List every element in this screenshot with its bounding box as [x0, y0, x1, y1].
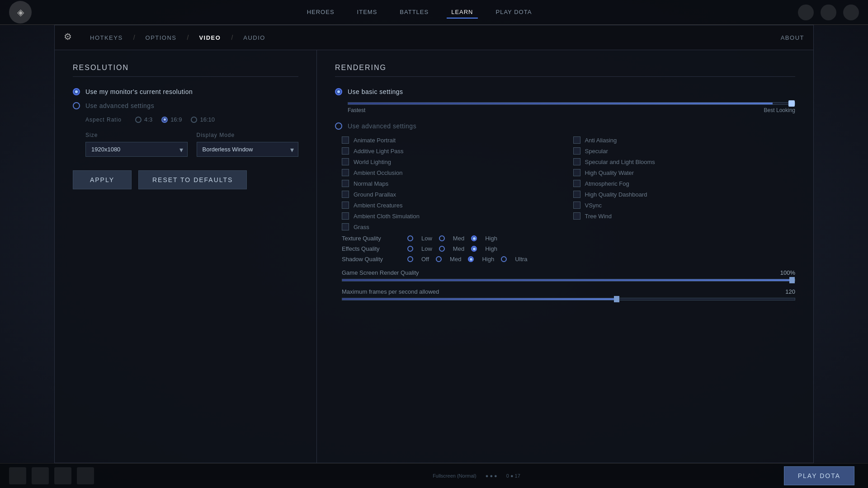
fps-slider-fill [342, 298, 614, 300]
resolution-title: RESOLUTION [73, 64, 298, 77]
fps-slider-section: Maximum frames per second allowed 120 [342, 288, 795, 300]
checkbox-animate-portrait-box [342, 136, 349, 144]
checkbox-world-lighting[interactable]: World Lighting [342, 158, 564, 165]
checkbox-high-quality-dashboard[interactable]: High Quality Dashboard [573, 191, 796, 198]
checkbox-ground-parallax[interactable]: Ground Parallax [342, 191, 564, 198]
size-dropdown-wrapper: 868x488 1280x720 2560x1440 [85, 142, 188, 157]
texture-low-label: Low [421, 235, 432, 242]
checkbox-additive-light[interactable]: Additive Light Pass [342, 147, 564, 155]
checkbox-grass-label: Grass [354, 224, 369, 230]
sub-nav: ⚙ HOTKEYS / OPTIONS / VIDEO / AUDIO ABOU… [55, 25, 813, 50]
shadow-ultra[interactable]: Ultra [501, 256, 527, 263]
render-quality-slider[interactable] [342, 279, 795, 282]
tab-video[interactable]: VIDEO [192, 32, 227, 43]
size-select[interactable]: 868x488 1280x720 2560x1440 [85, 142, 188, 157]
radio-advanced-label: Use advanced settings [85, 102, 154, 109]
top-nav-battles[interactable]: BATTLES [395, 6, 433, 19]
checkbox-specular-label: Specular [585, 148, 608, 155]
checkbox-vsync-box [573, 202, 580, 209]
app-logo[interactable]: ◈ [9, 1, 32, 23]
checkbox-high-quality-water[interactable]: High Quality Water [573, 169, 796, 176]
texture-high-radio [471, 235, 477, 241]
checkbox-vsync[interactable]: VSync [573, 202, 796, 209]
checkbox-animate-portrait[interactable]: Animate Portrait [342, 136, 564, 144]
quality-slider-thumb[interactable] [788, 100, 795, 107]
fps-slider[interactable] [342, 298, 795, 300]
checkbox-grass[interactable]: Grass [342, 223, 564, 230]
checkbox-ambient-creatures-label: Ambient Creatures [354, 202, 402, 209]
checkbox-specular[interactable]: Specular [573, 147, 796, 155]
aspect-ratio-label: Aspect Ratio [85, 117, 122, 123]
effects-high[interactable]: High [471, 245, 497, 252]
checkbox-specular-blooms[interactable]: Specular and Light Blooms [573, 158, 796, 165]
ratio-4-3-label: 4:3 [144, 116, 152, 123]
bottom-icon-3[interactable] [54, 467, 71, 484]
checkbox-ground-parallax-box [342, 191, 349, 198]
top-nav-items-label[interactable]: ITEMS [353, 6, 382, 19]
bottom-text-3: 0 ● 17 [506, 473, 520, 479]
effects-high-label: High [485, 245, 497, 252]
checkbox-ambient-cloth[interactable]: Ambient Cloth Simulation [342, 212, 564, 220]
shadow-med-radio [436, 256, 442, 262]
checkbox-anti-aliasing-label: Anti Aliasing [585, 137, 617, 144]
sep-3: / [230, 34, 234, 41]
top-nav-learn[interactable]: LEARN [447, 6, 477, 19]
checkbox-normal-maps[interactable]: Normal Maps [342, 180, 564, 187]
top-nav-playdota[interactable]: PLAY DOTA [491, 6, 537, 19]
tab-about[interactable]: ABOUT [781, 34, 804, 41]
tab-options[interactable]: OPTIONS [139, 32, 184, 43]
radio-advanced-settings[interactable]: Use advanced settings [73, 102, 298, 109]
bottom-icon-2[interactable] [32, 467, 49, 484]
checkbox-normal-maps-label: Normal Maps [354, 180, 388, 187]
reset-button[interactable]: RESET TO DEFAULTS [138, 170, 247, 189]
checkbox-anti-aliasing[interactable]: Anti Aliasing [573, 136, 796, 144]
checkbox-vsync-label: VSync [585, 202, 602, 209]
checkbox-ambient-creatures[interactable]: Ambient Creatures [342, 202, 564, 209]
shadow-high-label: High [482, 256, 494, 263]
top-nav-icon-1[interactable] [798, 5, 814, 20]
tab-hotkeys[interactable]: HOTKEYS [83, 32, 130, 43]
top-nav-heroes[interactable]: HEROES [302, 6, 339, 19]
bottom-icon-4[interactable] [77, 467, 94, 484]
grid-filler [573, 223, 796, 230]
ratio-16-10[interactable]: 16:10 [191, 116, 215, 123]
render-quality-label: Game Screen Render Quality [342, 269, 419, 276]
checkbox-ambient-occlusion[interactable]: Ambient Occlusion [342, 169, 564, 176]
checkbox-grass-box [342, 223, 349, 230]
shadow-quality-label: Shadow Quality [342, 256, 401, 263]
fps-label: Maximum frames per second allowed [342, 288, 439, 295]
texture-high[interactable]: High [471, 235, 497, 242]
settings-gear-icon: ⚙ [64, 31, 76, 44]
buttons-row: APPLY RESET TO DEFAULTS [73, 170, 298, 189]
radio-monitor-resolution[interactable]: Use my monitor's current resolution [73, 88, 298, 95]
top-nav-icon-2[interactable] [821, 5, 836, 20]
fps-slider-thumb[interactable] [614, 296, 619, 302]
shadow-med[interactable]: Med [436, 256, 461, 263]
render-quality-thumb[interactable] [789, 277, 795, 283]
radio-advanced-rendering[interactable]: Use advanced settings [335, 122, 795, 130]
texture-med[interactable]: Med [439, 235, 464, 242]
shadow-high[interactable]: High [468, 256, 494, 263]
top-nav-icon-3[interactable] [843, 5, 859, 20]
apply-button[interactable]: APPLY [73, 170, 132, 189]
play-dota-button[interactable]: PLAY DOTA [784, 466, 854, 485]
tab-audio[interactable]: AUDIO [236, 32, 272, 43]
ratio-16-9[interactable]: 16:9 [161, 116, 182, 123]
effects-med[interactable]: Med [439, 245, 464, 252]
checkbox-normal-maps-box [342, 180, 349, 187]
shadow-off-label: Off [421, 256, 429, 263]
ratio-4-3[interactable]: 4:3 [135, 116, 152, 123]
effects-low[interactable]: Low [407, 245, 432, 252]
radio-basic-settings[interactable]: Use basic settings [335, 88, 795, 95]
top-nav: ◈ HEROES ITEMS BATTLES LEARN PLAY DOTA [0, 0, 868, 25]
quality-label-fastest: Fastest [348, 107, 365, 113]
checkbox-tree-wind[interactable]: Tree Wind [573, 212, 796, 220]
texture-low[interactable]: Low [407, 235, 432, 242]
display-mode-select[interactable]: Windowed Borderless Window Fullscreen [197, 142, 299, 157]
size-group: Size 868x488 1280x720 2560x1440 [85, 132, 188, 157]
bottom-icon-1[interactable] [9, 467, 26, 484]
shadow-off[interactable]: Off [407, 256, 429, 263]
quality-slider[interactable] [348, 102, 795, 105]
checkbox-atmospheric-fog[interactable]: Atmospheric Fog [573, 180, 796, 187]
size-label: Size [85, 132, 188, 138]
